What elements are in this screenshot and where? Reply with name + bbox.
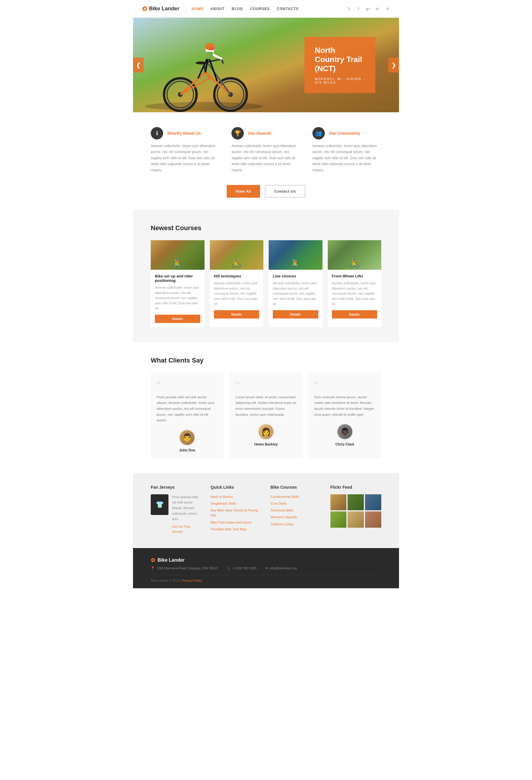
chris-avatar-img: 👨🏿 [338,424,352,439]
quick-link-4[interactable]: Bike Park Dates and Hours [211,520,262,525]
privacy-policy-link[interactable]: Privacy Policy [182,579,202,582]
course-title-1: Bike set up and rider positioning [155,274,200,283]
course-card-2: Hill techniques Aenean sollicitudin, lor… [210,240,263,327]
hero-prev-button[interactable]: ❮ [133,58,144,72]
courses-section: Newest Courses Bike set up and rider pos… [133,209,399,342]
footer-email: ✉ info@demolink.org [265,567,297,570]
course-title-4: Front Wheel Lifts [332,274,377,278]
nav-home[interactable]: HOME [192,7,203,11]
jersey-text: Proin gravida nibh vel velit auctor aliq… [172,494,202,522]
bike-course-4[interactable]: Women's Specific [271,515,322,520]
course-details-btn-4[interactable]: Details [332,310,377,319]
jersey-link[interactable]: Get our Fan Jersey! [172,524,202,534]
flickr-grid [330,494,382,528]
flickr-item-3[interactable] [365,494,381,510]
quote-mark-3: " [314,380,375,391]
bike-courses-title: Bike Courses [271,485,322,490]
nav-courses[interactable]: COURSES [250,7,270,11]
course-card-4: Front Wheel Lifts Aenean sollicitudin, l… [328,240,382,327]
author-name-2: Helen Barkley [254,442,278,446]
course-details-btn-1[interactable]: Details [155,315,200,323]
about-col-2-title: Our Awards [248,131,271,136]
about-col-2-header: 🏆 Our Awards [231,127,300,140]
course-content-3: Line choices Aenean sollicitudin, lorem … [269,270,323,323]
footer-top: Fan Jerseys 👕 Proin gravida nibh vel vel… [133,473,399,548]
fan-jerseys-title: Fan Jerseys [151,485,202,490]
header: ✿ Bike Lander HOME ABOUT BLOG COURSES CO… [133,0,399,18]
pinterest-icon[interactable]: 𝒫 [384,6,390,12]
flickr-item-5[interactable] [348,511,364,528]
quick-links-title: Quick Links [211,485,262,490]
hero-section: North Country Trail (NCT) MORENCI, MI - … [133,18,399,112]
testimonial-author-3: 👨🏿 Chris Clark [314,423,375,446]
linkedin-icon[interactable]: in [374,6,381,12]
course-img-3 [269,240,323,270]
courses-grid: Bike set up and rider positioning Aenean… [151,240,381,327]
flickr-item-6[interactable] [365,511,381,528]
course-text-1: Aenean sollicitudin, lorem quis bibendum… [155,285,200,311]
jersey-image: 👕 [151,494,168,515]
footer-bike-courses: Bike Courses Fundamental Skills Core Ski… [271,485,322,536]
flickr-item-1[interactable] [330,494,347,510]
bike-course-1[interactable]: Fundamental Skills [271,494,322,499]
about-col-1: ℹ Shortly About Us Aenean sollicitudin, … [151,127,220,173]
quick-link-2[interactable]: Singletrack Skills [211,501,262,506]
testimonial-text-1: Proin gravida nibh vel velit auctor aliq… [157,394,218,423]
course-details-btn-3[interactable]: Details [273,310,318,319]
quote-mark-2: " [236,380,297,391]
nav-about[interactable]: ABOUT [210,7,225,11]
course-title-3: Line choices [273,274,318,278]
logo-icon: ✿ [142,5,147,13]
flickr-item-4[interactable] [330,511,347,528]
bike-course-3[interactable]: Technical Skills [271,508,322,513]
google-plus-icon[interactable]: g+ [365,6,371,12]
footer-quick-links: Quick Links Back to Basics Singletrack S… [211,485,262,536]
flickr-title: Flickr Feed [330,485,382,490]
quick-link-3[interactable]: Buy Bike Haul Tickets & Pricing Info [211,508,262,518]
course-details-btn-2[interactable]: Details [214,310,259,319]
about-col-3: 👥 Our Community Aenean sollicitudin, lor… [312,127,381,173]
hero-title: North Country Trail (NCT) [315,46,365,74]
footer-bottom: ✿ Bike Lander 📍 7200 Marmora Road, Glasg… [133,548,399,588]
testimonial-author-2: 👩 Helen Barkley [236,423,297,446]
testimonials-section: What Clients Say " Proin gravida nibh ve… [133,342,399,473]
about-col-3-header: 👥 Our Community [312,127,381,140]
contact-us-button[interactable]: Contact Us [265,185,305,198]
course-text-4: Aenean sollicitudin, lorem quis bibendum… [332,281,377,307]
flickr-item-2[interactable] [348,494,364,510]
twitter-icon[interactable]: 𝕏 [346,6,352,12]
course-text-3: Aenean sollicitudin, lorem quis bibendum… [273,281,318,307]
course-title-2: Hill techniques [214,274,259,278]
about-col-1-header: ℹ Shortly About Us [151,127,220,140]
course-content-2: Hill techniques Aenean sollicitudin, lor… [210,270,263,323]
footer-logo-text: Bike Lander [157,557,185,563]
courses-title: Newest Courses [151,224,381,232]
bike-course-2[interactable]: Core Skills [271,501,322,506]
jersey-icon: 👕 [156,501,164,508]
course-text-2: Aenean sollicitudin, lorem quis bibendum… [214,281,259,307]
course-card-1: Bike set up and rider positioning Aenean… [151,240,204,327]
address-icon: 📍 [151,567,155,570]
facebook-icon[interactable]: f [355,6,362,12]
about-col-3-text: Aenean sollicitudin, lorem quis bibendum… [312,143,381,173]
testimonials-grid: " Proin gravida nibh vel velit auctor al… [151,373,381,458]
bike-course-5[interactable]: Children's Days [271,522,322,527]
nav-contacts[interactable]: CONTACTS [277,7,299,11]
avatar-chris: 👨🏿 [337,423,353,440]
logo[interactable]: ✿ Bike Lander [142,5,186,13]
view-all-button[interactable]: View All [227,185,260,198]
nav-blog[interactable]: BLOG [232,7,243,11]
hero-next-button[interactable]: ❯ [388,58,399,72]
about-col-2: 🏆 Our Awards Aenean sollicitudin, lorem … [231,127,300,173]
about-col-3-title: Our Community [329,131,360,136]
about-info-icon: ℹ [151,127,163,140]
about-community-icon: 👥 [312,127,325,140]
about-awards-icon: 🏆 [231,127,244,140]
author-name-1: John Doe [179,448,195,452]
main-nav: HOME ABOUT BLOG COURSES CONTACTS [192,7,346,11]
quick-link-5[interactable]: Printable Bike Trail Map [211,527,262,532]
author-name-3: Chris Clark [335,442,354,446]
quick-link-1[interactable]: Back to Basics [211,494,262,499]
hero-subtitle: MORENCI, MI - HIKING - 875 MILES [315,77,365,84]
testimonial-3: " Duis vehicula viverra ipsum, auctor ma… [308,373,381,458]
